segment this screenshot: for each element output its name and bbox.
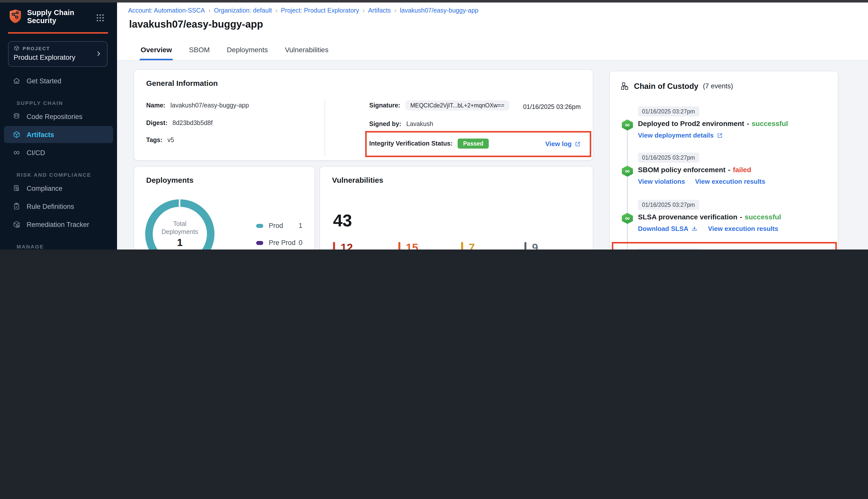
severity-bar: [461, 242, 463, 250]
digest-row: Digest: 8d23bd3b5d8f: [146, 120, 213, 126]
deployments-donut-chart: Total Deployments 1: [145, 199, 215, 250]
sidebar-item-label: Artifacts: [27, 131, 54, 138]
chevron-right-icon: [95, 50, 102, 57]
brand-divider: [8, 32, 108, 34]
events-count: (7 events): [703, 82, 733, 90]
chain-of-custody-header: Chain of Custody (7 events): [620, 81, 733, 91]
breadcrumb-separator: ›: [363, 7, 365, 14]
sidebar-item-rule-definitions[interactable]: Rule Definitions: [4, 198, 113, 215]
event-timestamp: 01/16/2025 03:27pm: [638, 153, 699, 163]
event-title: SBOM policy enforcement: [638, 166, 726, 174]
sidebar-nav: Get Started SUPPLY CHAIN Code Repositori…: [0, 71, 117, 250]
card-title: General Information: [146, 79, 218, 87]
app-window: Supply Chain Security PROJECT Product Ex…: [0, 0, 868, 250]
artifact-name: lavakush07/easy-buggy-app: [170, 102, 249, 109]
integrity-status-row: Integrity Verification Status: Passed: [369, 138, 489, 149]
severity-count: 15: [406, 242, 427, 250]
sidebar-item-label: Rule Definitions: [27, 203, 74, 210]
severity-bar: [333, 242, 335, 250]
event-separator: -: [740, 213, 742, 221]
sidebar-item-label: CI/CD: [27, 149, 45, 156]
breadcrumb-separator: ›: [208, 7, 210, 14]
event-timestamp: 01/16/2025 03:27pm: [638, 200, 699, 210]
sidebar-item-code-repositories[interactable]: Code Repositories: [4, 108, 113, 125]
tags-label: Tags:: [146, 136, 162, 144]
sidebar-item-cicd[interactable]: CI/CD: [4, 144, 113, 161]
signature-date: 01/16/2025 03:26pm: [523, 104, 581, 110]
event-status: successful: [745, 213, 781, 221]
page-title: lavakush07/easy-buggy-app: [129, 19, 868, 30]
view-log-link[interactable]: View log: [545, 140, 581, 148]
severity-count: 12: [340, 242, 373, 250]
signature-row: Signature: MEQCICde2VjIT...bL+2+mqnOXw==: [369, 100, 509, 110]
view-violations-link[interactable]: View violations: [638, 178, 685, 185]
legend-label: Prod: [269, 222, 283, 229]
severity-bar: [525, 242, 527, 250]
page-header: Account: Automation-SSCA› Organization: …: [117, 0, 868, 61]
vulnerabilities-total: 43: [333, 211, 352, 230]
sidebar-section-supply-chain: SUPPLY CHAIN: [16, 100, 117, 106]
signed-by-label: Signed by:: [369, 121, 401, 127]
sidebar-item-remediation-tracker[interactable]: Remediation Tracker: [4, 216, 113, 233]
donut-center: Total Deployments 1: [153, 207, 207, 250]
event-separator: -: [728, 166, 731, 174]
breadcrumb-organization[interactable]: Organization: default: [214, 7, 272, 14]
sidebar-item-compliance[interactable]: Compliance: [4, 180, 113, 197]
project-label: PROJECT: [23, 46, 50, 51]
deployments-card: Deployments Total Deployments 1 Prod 1: [134, 166, 315, 250]
breadcrumb-account[interactable]: Account: Automation-SSCA: [128, 7, 205, 14]
sidebar-item-artifacts[interactable]: Artifacts: [4, 126, 113, 143]
vertical-divider: [325, 100, 325, 156]
breadcrumb-artifacts[interactable]: Artifacts: [368, 7, 391, 14]
cube-icon: [14, 45, 20, 51]
signature-value-chip[interactable]: MEQCICde2VjIT...bL+2+mqnOXw==: [405, 100, 510, 110]
tab-vulnerabilities[interactable]: Vulnerabilities: [284, 41, 329, 60]
event-title: SLSA provenance verification: [638, 213, 737, 221]
sidebar-item-get-started[interactable]: Get Started: [4, 72, 113, 89]
app-grid-icon[interactable]: [95, 13, 105, 23]
coc-event-deployed-prod2: 01/16/2025 03:27pm Deployed to Prod2 env…: [622, 107, 831, 139]
severity-count: 9: [532, 242, 552, 250]
severity-critical: 12 CRITICAL: [333, 242, 373, 250]
breadcrumb-project[interactable]: Project: Product Exploratory: [281, 7, 359, 14]
general-information-card: General Information Name: lavakush07/eas…: [134, 69, 593, 161]
coc-event-artifact-integrity: 01/16/2025 03:26pm Artifact Integrity Ve…: [622, 248, 831, 250]
coc-event-slsa-verification: 01/16/2025 03:27pm SLSA provenance verif…: [622, 200, 831, 232]
sidebar-item-label: Compliance: [27, 184, 62, 192]
legend-dot-pre-prod: [256, 241, 263, 245]
name-label: Name:: [146, 102, 165, 109]
severity-high: 15 HIGH: [398, 242, 427, 250]
tab-overview[interactable]: Overview: [140, 41, 173, 60]
code-repo-icon: [13, 112, 21, 121]
legend-count: 1: [299, 222, 302, 229]
severity-medium: 7 MEDIUM: [461, 242, 498, 250]
integrity-label: Integrity Verification Status:: [369, 140, 453, 147]
tab-sbom[interactable]: SBOM: [188, 41, 211, 60]
sidebar-section-manage: MANAGE: [16, 243, 117, 250]
tags-row: Tags: v5: [146, 136, 174, 144]
breadcrumb-current[interactable]: lavakush07/easy-buggy-app: [400, 7, 479, 14]
project-name: Product Exploratory: [14, 53, 102, 61]
tab-bar: Overview SBOM Deployments Vulnerabilitie…: [140, 41, 329, 60]
project-selector[interactable]: PROJECT Product Exploratory: [8, 41, 108, 67]
view-deployment-details-link[interactable]: View deployment details: [638, 132, 723, 139]
signed-by-row: Signed by: Lavakush: [369, 121, 433, 127]
donut-center-label: Total: [173, 220, 186, 228]
external-link-icon: [717, 132, 723, 138]
view-execution-results-link[interactable]: View execution results: [708, 225, 778, 232]
event-timestamp: 01/16/2025 03:27pm: [638, 107, 699, 117]
tab-deployments[interactable]: Deployments: [226, 41, 269, 60]
sidebar-item-label: Remediation Tracker: [27, 221, 89, 228]
download-slsa-link[interactable]: Download SLSA: [638, 225, 698, 232]
window-top-strip: [0, 0, 868, 2]
event-timestamp: 01/16/2025 03:26pm: [638, 248, 699, 250]
document-search-icon: [13, 184, 21, 192]
event-status: failed: [733, 166, 751, 174]
severity-low: 9 LOW: [525, 242, 552, 250]
app-title: Supply Chain Security: [27, 9, 74, 25]
view-execution-results-link[interactable]: View execution results: [695, 178, 765, 185]
donut-center-label: Deployments: [161, 228, 198, 236]
legend-item-prod: Prod 1: [256, 222, 302, 229]
donut-total-value: 1: [177, 237, 183, 248]
external-link-icon: [575, 141, 581, 147]
